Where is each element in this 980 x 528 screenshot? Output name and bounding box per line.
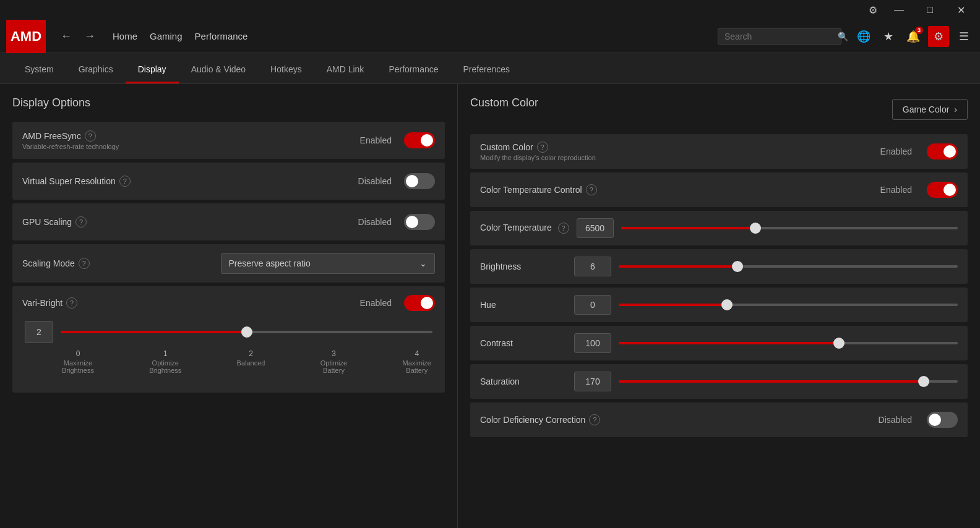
- custom-color-toggle[interactable]: [927, 143, 958, 160]
- settings-icon[interactable]: ⚙: [928, 26, 949, 47]
- nav-performance[interactable]: Performance: [195, 28, 248, 44]
- color-deficiency-value: Disabled: [879, 415, 912, 425]
- varibright-slider-thumb[interactable]: [241, 326, 252, 338]
- slider-label-2: 2 Balanced: [237, 349, 265, 374]
- gpu-scaling-help-icon[interactable]: ?: [75, 216, 87, 228]
- user-icon[interactable]: ☰: [954, 27, 974, 46]
- freesync-info: AMD FreeSync ? Variable-refresh-rate tec…: [22, 130, 360, 150]
- color-deficiency-row: Color Deficiency Correction ? Disabled: [470, 402, 968, 437]
- tab-system[interactable]: System: [12, 57, 66, 83]
- freesync-label: AMD FreeSync ?: [22, 130, 360, 142]
- contrast-row: Contrast 100: [470, 326, 968, 360]
- color-deficiency-info: Color Deficiency Correction ?: [480, 414, 629, 425]
- brightness-slider-track[interactable]: [619, 265, 958, 268]
- chevron-down-icon: ⌄: [419, 258, 427, 268]
- search-icon: 🔍: [838, 32, 848, 41]
- vsr-help-icon[interactable]: ?: [119, 176, 131, 187]
- globe-icon[interactable]: 🌐: [854, 27, 874, 46]
- tab-display[interactable]: Display: [126, 57, 179, 83]
- game-color-label: Game Color: [903, 104, 949, 114]
- forward-button[interactable]: →: [79, 27, 100, 45]
- tab-audio-video[interactable]: Audio & Video: [179, 57, 258, 83]
- color-temp-control-row: Color Temperature Control ? Enabled: [470, 172, 968, 207]
- slider-label-0: 0 MaximizeBrightness: [62, 349, 94, 374]
- minimize-button[interactable]: —: [885, 0, 913, 20]
- scaling-mode-row: Scaling Mode ? Preserve aspect ratio ⌄: [12, 244, 445, 283]
- header-icons: 🌐 ★ 🔔 3 ⚙ ☰: [854, 26, 974, 47]
- saturation-row: Saturation 170: [470, 364, 968, 399]
- color-deficiency-toggle-knob: [929, 414, 941, 426]
- tab-graphics[interactable]: Graphics: [66, 57, 126, 83]
- custom-color-help-icon[interactable]: ?: [537, 142, 548, 153]
- freesync-sublabel: Variable-refresh-rate technology: [22, 143, 360, 150]
- varibright-slider-track[interactable]: [61, 331, 432, 333]
- hue-slider-track[interactable]: [619, 304, 958, 306]
- varibright-header: Vari-Bright ? Enabled: [22, 295, 435, 311]
- color-temp-slider-track[interactable]: [621, 227, 958, 229]
- nav-home[interactable]: Home: [113, 28, 137, 44]
- hue-value: 0: [574, 295, 611, 315]
- scaling-mode-label: Scaling Mode ?: [22, 258, 221, 269]
- arrow-right-icon: ›: [954, 104, 957, 114]
- color-temp-control-toggle-knob: [943, 184, 956, 196]
- color-temp-control-info: Color Temperature Control ?: [480, 184, 629, 195]
- varibright-label: Vari-Bright ?: [22, 297, 360, 309]
- gpu-scaling-toggle-knob: [406, 216, 418, 228]
- freesync-toggle[interactable]: [404, 132, 435, 148]
- contrast-value: 100: [574, 333, 611, 353]
- back-button[interactable]: ←: [56, 27, 77, 45]
- varibright-section: Vari-Bright ? Enabled 2: [12, 286, 445, 393]
- hue-slider-thumb[interactable]: [721, 299, 733, 310]
- tab-performance[interactable]: Performance: [376, 57, 450, 83]
- slider-label-1: 1 OptimizeBrightness: [149, 349, 181, 374]
- brightness-slider-label: Brightness: [480, 262, 567, 271]
- saturation-slider-track[interactable]: [619, 380, 958, 383]
- maximize-button[interactable]: □: [916, 0, 944, 20]
- saturation-slider-thumb[interactable]: [918, 376, 929, 387]
- tabbar: System Graphics Display Audio & Video Ho…: [0, 53, 980, 84]
- close-button[interactable]: ✕: [947, 0, 975, 20]
- tab-hotkeys[interactable]: Hotkeys: [258, 57, 314, 83]
- color-temp-slider-thumb[interactable]: [750, 223, 761, 234]
- vsr-toggle-knob: [406, 175, 418, 187]
- color-deficiency-help-icon[interactable]: ?: [589, 414, 600, 425]
- color-temp-slider-label: Color Temperature ?: [480, 223, 569, 234]
- gpu-scaling-info: GPU Scaling ?: [22, 216, 358, 228]
- varibright-info: Vari-Bright ?: [22, 297, 360, 309]
- slider-label-3: 3 OptimizeBattery: [320, 349, 347, 374]
- brightness-slider-fill: [619, 265, 737, 268]
- search-input[interactable]: [724, 32, 833, 41]
- freesync-help-icon[interactable]: ?: [85, 130, 96, 142]
- custom-color-sub: Modify the display's color reproduction: [480, 154, 629, 161]
- contrast-slider-thumb[interactable]: [833, 338, 845, 349]
- vsr-toggle[interactable]: [404, 173, 435, 189]
- vsr-row: Virtual Super Resolution ? Disabled: [12, 163, 445, 200]
- nav-gaming[interactable]: Gaming: [150, 28, 183, 44]
- game-color-button[interactable]: Game Color ›: [892, 99, 968, 120]
- tab-preferences[interactable]: Preferences: [451, 57, 522, 83]
- right-header: Custom Color Game Color ›: [470, 96, 968, 122]
- contrast-slider-track[interactable]: [619, 342, 958, 344]
- notification-icon[interactable]: 🔔 3: [903, 27, 923, 46]
- color-temp-help-icon[interactable]: ?: [558, 223, 569, 234]
- amd-title-icon: ⚙: [864, 0, 882, 20]
- scaling-mode-dropdown[interactable]: Preserve aspect ratio ⌄: [221, 253, 436, 274]
- varibright-help-icon[interactable]: ?: [66, 297, 77, 309]
- color-temp-control-toggle[interactable]: [927, 182, 958, 198]
- tab-amd-link[interactable]: AMD Link: [314, 57, 377, 83]
- custom-color-row: Custom Color ? Modify the display's colo…: [470, 134, 968, 169]
- notification-badge: 3: [915, 27, 923, 34]
- star-icon[interactable]: ★: [879, 27, 898, 46]
- scaling-mode-help-icon[interactable]: ?: [79, 258, 90, 269]
- vsr-info: Virtual Super Resolution ?: [22, 176, 358, 187]
- color-temp-control-help-icon[interactable]: ?: [586, 184, 597, 195]
- gpu-scaling-toggle[interactable]: [404, 214, 435, 230]
- search-box[interactable]: 🔍: [718, 28, 841, 45]
- color-deficiency-toggle[interactable]: [927, 412, 958, 428]
- varibright-toggle[interactable]: [404, 295, 435, 311]
- saturation-slider-label: Saturation: [480, 377, 567, 386]
- varibright-toggle-knob: [421, 297, 433, 309]
- varibright-slider-labels: 0 MaximizeBrightness 1 OptimizeBrightnes…: [61, 349, 432, 374]
- brightness-slider-thumb[interactable]: [732, 261, 743, 272]
- freesync-row: AMD FreeSync ? Variable-refresh-rate tec…: [12, 122, 445, 159]
